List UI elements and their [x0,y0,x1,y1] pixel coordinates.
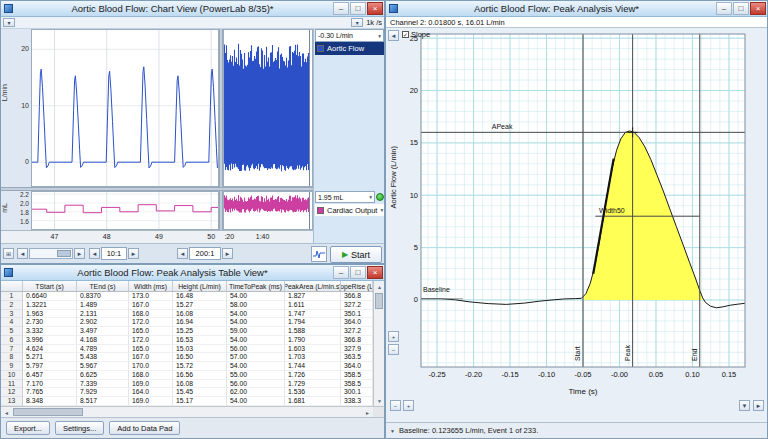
channel1-label-row[interactable]: Aortic Flow [315,42,384,55]
table-cell[interactable]: 4.168 [77,336,129,345]
aortic-flow-scroll-chart[interactable] [31,29,219,187]
table-cell[interactable]: 56.00 [227,380,285,389]
scroll-right-button[interactable]: ► [753,400,764,411]
table-cell[interactable]: 172.0 [129,336,173,345]
slope-legend[interactable]: ✓ Slope [402,30,430,39]
row-number-cell[interactable]: 5 [1,327,23,336]
toolbar-menu-button[interactable]: ▾ [3,18,15,27]
ratio-right-increase-button[interactable]: ► [222,248,233,259]
table-cell[interactable]: 358.5 [341,380,373,389]
table-column-header[interactable]: Height (L/min) [173,281,227,291]
row-number-cell[interactable]: 6 [1,336,23,345]
table-cell[interactable]: 167.0 [129,353,173,362]
table-cell[interactable]: 7.170 [23,380,77,389]
table-cell[interactable]: 2.902 [77,318,129,327]
table-cell[interactable]: 1.603 [285,345,341,354]
zoom-out-y-button[interactable]: − [388,344,399,355]
row-number-cell[interactable]: 11 [1,380,23,389]
table-column-header[interactable]: TEnd (s) [77,281,129,291]
table-cell[interactable]: 165.0 [129,327,173,336]
table-cell[interactable]: 3.332 [23,327,77,336]
table-cell[interactable]: 170.0 [129,362,173,371]
minimize-button[interactable]: – [333,266,349,279]
marker-button[interactable]: ◄ [388,30,399,41]
table-cell[interactable]: 54.00 [227,397,285,406]
table-cell[interactable]: 358.5 [341,371,373,380]
table-cell[interactable]: 5.967 [77,362,129,371]
table-cell[interactable]: 350.1 [341,310,373,319]
table-cell[interactable]: 15.27 [173,301,227,310]
table-cell[interactable]: 173.0 [129,292,173,301]
table-cell[interactable]: 338.3 [341,397,373,406]
compression-ratio-left[interactable]: 10:1 [101,247,127,260]
table-cell[interactable]: 1.747 [285,310,341,319]
add-channel-button[interactable]: ⊞ [3,248,14,259]
table-cell[interactable]: 3.497 [77,327,129,336]
table-cell[interactable]: 58.00 [227,301,285,310]
horizontal-scrollbar[interactable]: ◄ ► [1,406,384,417]
horizontal-scroll-thumb[interactable] [13,408,83,416]
table-cell[interactable]: 7.339 [77,380,129,389]
table-row[interactable]: 106.4576.625168.016.5655.001.726358.5 [1,371,373,380]
table-cell[interactable]: 5.438 [77,353,129,362]
table-cell[interactable]: 7.929 [77,388,129,397]
channel1-range-dropdown[interactable]: -0.30 L/min ▾ [315,29,384,42]
compression-ratio-right[interactable]: 200:1 [189,247,221,260]
table-cell[interactable]: 366.8 [341,292,373,301]
table-cell[interactable]: 16.50 [173,353,227,362]
table-row[interactable]: 31.9632.131168.016.0854.001.747350.1 [1,310,373,319]
table-cell[interactable]: 1.794 [285,318,341,327]
ratio-left-decrease-button[interactable]: ◄ [89,248,100,259]
table-row[interactable]: 74.6244.789165.015.0356.001.603327.9 [1,345,373,354]
table-cell[interactable]: 54.00 [227,362,285,371]
table-cell[interactable]: 5.271 [23,353,77,362]
table-cell[interactable]: 54.00 [227,310,285,319]
table-cell[interactable]: 15.03 [173,345,227,354]
table-cell[interactable]: 6.457 [23,371,77,380]
row-number-cell[interactable]: 2 [1,301,23,310]
table-cell[interactable]: 5.797 [23,362,77,371]
table-cell[interactable]: 56.00 [227,345,285,354]
table-cell[interactable]: 15.45 [173,388,227,397]
row-number-cell[interactable]: 8 [1,353,23,362]
table-cell[interactable]: 167.0 [129,301,173,310]
settings-button[interactable]: Settings... [55,421,104,435]
table-column-header[interactable]: Width (ms) [129,281,173,291]
table-cell[interactable]: 172.0 [129,318,173,327]
table-cell[interactable]: 364.0 [341,362,373,371]
ratio-left-increase-button[interactable]: ► [128,248,139,259]
minimize-button[interactable]: – [716,2,732,15]
table-cell[interactable]: 327.2 [341,301,373,310]
add-to-datapad-button[interactable]: Add to Data Pad [109,421,180,435]
row-number-cell[interactable]: 9 [1,362,23,371]
table-cell[interactable]: 1.3221 [23,301,77,310]
table-row[interactable]: 85.2715.438167.016.5057.001.703363.5 [1,353,373,362]
table-cell[interactable]: 364.0 [341,318,373,327]
table-cell[interactable]: 7.765 [23,388,77,397]
export-button[interactable]: Export... [6,421,50,435]
channel2-label-row[interactable]: Cardiac Output ▾ [315,204,384,216]
table-window-titlebar[interactable]: Aortic Blood Flow: Peak Analysis Table V… [1,265,384,281]
channel2-range-dropdown[interactable]: 1.95 mL ▾ [315,191,375,203]
zoom-in-y-button[interactable]: + [388,331,399,342]
table-cell[interactable]: 1.489 [77,301,129,310]
row-number-cell[interactable]: 13 [1,397,23,406]
table-column-header[interactable]: TStart (s) [23,281,77,291]
table-cell[interactable]: 16.08 [173,310,227,319]
scroll-up-button[interactable]: ▲ [374,281,385,292]
table-cell[interactable]: 8.348 [23,397,77,406]
scroll-down-button[interactable]: ▼ [374,395,385,406]
table-cell[interactable]: 15.25 [173,327,227,336]
table-row[interactable]: 21.32211.489167.015.2758.001.611327.2 [1,301,373,310]
scrollbar-thumb[interactable] [57,250,71,257]
table-cell[interactable]: 16.56 [173,371,227,380]
cardiac-output-compressed-chart[interactable] [223,191,313,230]
table-row[interactable]: 138.3488.517169.015.1754.001.681338.3 [1,397,373,406]
table-row[interactable]: 53.3323.497165.015.2559.001.588327.2 [1,327,373,336]
table-cell[interactable]: 4.789 [77,345,129,354]
table-cell[interactable]: 168.0 [129,371,173,380]
table-cell[interactable]: 1.827 [285,292,341,301]
table-cell[interactable]: 62.00 [227,388,285,397]
close-button[interactable]: × [750,2,766,15]
table-cell[interactable]: 6.625 [77,371,129,380]
